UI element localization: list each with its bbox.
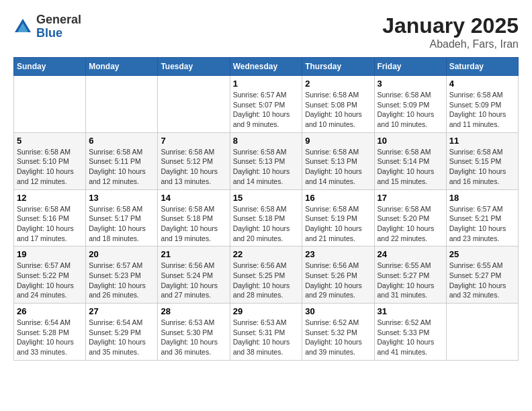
calendar-cell: 17Sunrise: 6:58 AM Sunset: 5:20 PM Dayli…: [374, 189, 446, 246]
day-number: 22: [233, 249, 300, 259]
calendar-cell: 28Sunrise: 6:53 AM Sunset: 5:30 PM Dayli…: [158, 304, 230, 361]
day-number: 9: [305, 136, 371, 146]
calendar-cell: 19Sunrise: 6:57 AM Sunset: 5:22 PM Dayli…: [14, 246, 86, 304]
day-info: Sunrise: 6:58 AM Sunset: 5:20 PM Dayligh…: [378, 204, 443, 244]
calendar-cell: 30Sunrise: 6:52 AM Sunset: 5:32 PM Dayli…: [302, 304, 374, 361]
day-info: Sunrise: 6:57 AM Sunset: 5:21 PM Dayligh…: [449, 204, 515, 244]
day-number: 8: [233, 136, 300, 146]
calendar-cell: 26Sunrise: 6:54 AM Sunset: 5:28 PM Dayli…: [14, 304, 86, 361]
weekday-header-monday: Monday: [86, 58, 158, 76]
day-number: 14: [161, 193, 226, 203]
calendar-cell: 1Sunrise: 6:57 AM Sunset: 5:07 PM Daylig…: [230, 76, 302, 133]
month-title: January 2025: [382, 13, 519, 38]
day-number: 27: [89, 306, 154, 316]
day-info: Sunrise: 6:58 AM Sunset: 5:18 PM Dayligh…: [161, 204, 226, 244]
day-info: Sunrise: 6:54 AM Sunset: 5:28 PM Dayligh…: [17, 318, 83, 357]
day-info: Sunrise: 6:52 AM Sunset: 5:32 PM Dayligh…: [305, 318, 371, 357]
weekday-header-saturday: Saturday: [446, 58, 518, 76]
calendar-cell: 7Sunrise: 6:58 AM Sunset: 5:12 PM Daylig…: [158, 132, 230, 189]
calendar-cell: 27Sunrise: 6:54 AM Sunset: 5:29 PM Dayli…: [86, 304, 158, 361]
calendar-cell: 6Sunrise: 6:58 AM Sunset: 5:11 PM Daylig…: [86, 132, 158, 189]
calendar-cell: [86, 76, 158, 133]
day-info: Sunrise: 6:58 AM Sunset: 5:10 PM Dayligh…: [17, 147, 83, 187]
logo: General Blue: [13, 13, 81, 40]
logo-blue: Blue: [36, 27, 81, 40]
calendar-cell: 4Sunrise: 6:58 AM Sunset: 5:09 PM Daylig…: [446, 76, 518, 133]
calendar-cell: 24Sunrise: 6:55 AM Sunset: 5:27 PM Dayli…: [374, 246, 446, 304]
day-info: Sunrise: 6:56 AM Sunset: 5:24 PM Dayligh…: [161, 261, 226, 300]
logo-icon: [13, 17, 32, 36]
day-number: 31: [378, 306, 443, 316]
calendar-cell: 2Sunrise: 6:58 AM Sunset: 5:08 PM Daylig…: [302, 76, 374, 133]
day-number: 17: [378, 193, 443, 203]
day-number: 12: [17, 193, 83, 203]
day-number: 26: [17, 306, 83, 316]
week-row-4: 19Sunrise: 6:57 AM Sunset: 5:22 PM Dayli…: [14, 246, 519, 304]
day-number: 25: [449, 249, 515, 259]
calendar-cell: 15Sunrise: 6:58 AM Sunset: 5:18 PM Dayli…: [230, 189, 302, 246]
day-number: 2: [305, 79, 371, 89]
day-info: Sunrise: 6:56 AM Sunset: 5:26 PM Dayligh…: [305, 261, 371, 300]
day-number: 3: [378, 79, 443, 89]
calendar-cell: 14Sunrise: 6:58 AM Sunset: 5:18 PM Dayli…: [158, 189, 230, 246]
day-info: Sunrise: 6:58 AM Sunset: 5:15 PM Dayligh…: [449, 147, 515, 187]
day-info: Sunrise: 6:54 AM Sunset: 5:29 PM Dayligh…: [89, 318, 154, 357]
weekday-header-thursday: Thursday: [302, 58, 374, 76]
day-info: Sunrise: 6:57 AM Sunset: 5:07 PM Dayligh…: [233, 90, 300, 130]
calendar-cell: 12Sunrise: 6:58 AM Sunset: 5:16 PM Dayli…: [14, 189, 86, 246]
calendar-cell: 3Sunrise: 6:58 AM Sunset: 5:09 PM Daylig…: [374, 76, 446, 133]
weekday-header-row: SundayMondayTuesdayWednesdayThursdayFrid…: [14, 58, 519, 76]
day-number: 16: [305, 193, 371, 203]
day-info: Sunrise: 6:58 AM Sunset: 5:11 PM Dayligh…: [89, 147, 154, 187]
weekday-header-wednesday: Wednesday: [230, 58, 302, 76]
weekday-header-tuesday: Tuesday: [158, 58, 230, 76]
day-number: 29: [233, 306, 300, 316]
day-info: Sunrise: 6:58 AM Sunset: 5:19 PM Dayligh…: [305, 204, 371, 244]
day-info: Sunrise: 6:58 AM Sunset: 5:13 PM Dayligh…: [305, 147, 371, 187]
day-info: Sunrise: 6:53 AM Sunset: 5:30 PM Dayligh…: [161, 318, 226, 357]
calendar-cell: 8Sunrise: 6:58 AM Sunset: 5:13 PM Daylig…: [230, 132, 302, 189]
day-number: 11: [449, 136, 515, 146]
logo-text: General Blue: [36, 13, 81, 40]
day-info: Sunrise: 6:58 AM Sunset: 5:13 PM Dayligh…: [233, 147, 300, 187]
day-info: Sunrise: 6:55 AM Sunset: 5:27 PM Dayligh…: [449, 261, 515, 300]
day-number: 6: [89, 136, 154, 146]
day-info: Sunrise: 6:56 AM Sunset: 5:25 PM Dayligh…: [233, 261, 300, 300]
week-row-1: 1Sunrise: 6:57 AM Sunset: 5:07 PM Daylig…: [14, 76, 519, 133]
calendar-cell: [446, 304, 518, 361]
day-number: 10: [378, 136, 443, 146]
day-info: Sunrise: 6:57 AM Sunset: 5:22 PM Dayligh…: [17, 261, 83, 300]
calendar: SundayMondayTuesdayWednesdayThursdayFrid…: [13, 57, 519, 361]
day-number: 23: [305, 249, 371, 259]
week-row-3: 12Sunrise: 6:58 AM Sunset: 5:16 PM Dayli…: [14, 189, 519, 246]
calendar-cell: 16Sunrise: 6:58 AM Sunset: 5:19 PM Dayli…: [302, 189, 374, 246]
calendar-cell: 29Sunrise: 6:53 AM Sunset: 5:31 PM Dayli…: [230, 304, 302, 361]
day-info: Sunrise: 6:52 AM Sunset: 5:33 PM Dayligh…: [378, 318, 443, 357]
day-info: Sunrise: 6:58 AM Sunset: 5:12 PM Dayligh…: [161, 147, 226, 187]
day-number: 21: [161, 249, 226, 259]
week-row-2: 5Sunrise: 6:58 AM Sunset: 5:10 PM Daylig…: [14, 132, 519, 189]
day-info: Sunrise: 6:57 AM Sunset: 5:23 PM Dayligh…: [89, 261, 154, 300]
day-number: 30: [305, 306, 371, 316]
calendar-cell: 5Sunrise: 6:58 AM Sunset: 5:10 PM Daylig…: [14, 132, 86, 189]
day-info: Sunrise: 6:58 AM Sunset: 5:14 PM Dayligh…: [378, 147, 443, 187]
day-info: Sunrise: 6:55 AM Sunset: 5:27 PM Dayligh…: [378, 261, 443, 300]
day-number: 19: [17, 249, 83, 259]
calendar-cell: 9Sunrise: 6:58 AM Sunset: 5:13 PM Daylig…: [302, 132, 374, 189]
day-number: 7: [161, 136, 226, 146]
calendar-cell: [158, 76, 230, 133]
day-info: Sunrise: 6:58 AM Sunset: 5:08 PM Dayligh…: [305, 90, 371, 130]
day-number: 13: [89, 193, 154, 203]
day-number: 15: [233, 193, 300, 203]
day-number: 24: [378, 249, 443, 259]
title-block: January 2025 Abadeh, Fars, Iran: [382, 13, 519, 50]
weekday-header-friday: Friday: [374, 58, 446, 76]
calendar-cell: 25Sunrise: 6:55 AM Sunset: 5:27 PM Dayli…: [446, 246, 518, 304]
calendar-cell: 21Sunrise: 6:56 AM Sunset: 5:24 PM Dayli…: [158, 246, 230, 304]
calendar-cell: 31Sunrise: 6:52 AM Sunset: 5:33 PM Dayli…: [374, 304, 446, 361]
location-title: Abadeh, Fars, Iran: [382, 38, 519, 50]
day-number: 28: [161, 306, 226, 316]
day-info: Sunrise: 6:58 AM Sunset: 5:09 PM Dayligh…: [378, 90, 443, 130]
day-number: 4: [449, 79, 515, 89]
calendar-cell: 20Sunrise: 6:57 AM Sunset: 5:23 PM Dayli…: [86, 246, 158, 304]
